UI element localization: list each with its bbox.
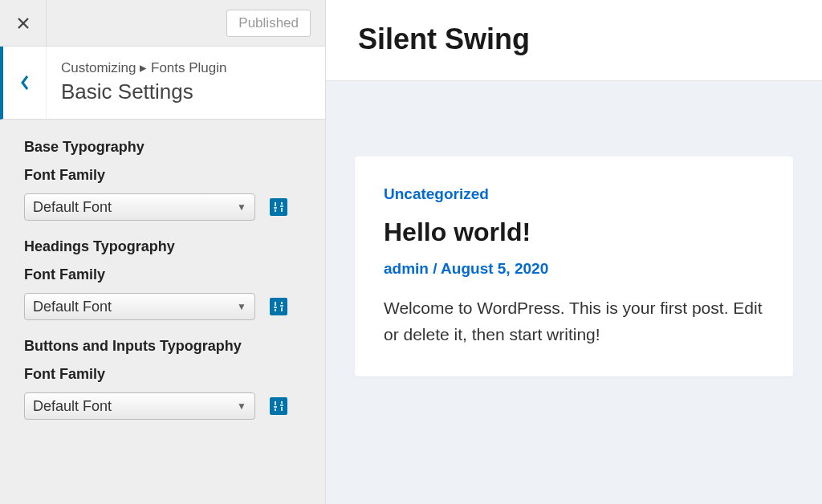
breadcrumb-path: Customizing ▸ Fonts Plugin [61, 59, 311, 76]
sliders-icon [273, 201, 284, 213]
select-row: Default Font ▼ [24, 193, 301, 221]
sliders-icon [273, 400, 284, 412]
post-excerpt: Welcome to WordPress. This is your first… [384, 295, 764, 348]
sidebar-topbar: Published [0, 0, 325, 47]
back-button[interactable] [3, 47, 47, 119]
close-icon [16, 16, 31, 30]
breadcrumb-separator: ▸ [140, 60, 147, 75]
typography-options-button-headings[interactable] [270, 298, 287, 315]
section-heading-buttons: Buttons and Inputs Typography [24, 338, 301, 355]
post-author-link[interactable]: admin [384, 260, 429, 277]
field-label-buttons-font-family: Font Family [24, 366, 301, 383]
select-value: Default Font [33, 199, 112, 216]
post-date: August 5, 2020 [441, 260, 548, 277]
post-card: Uncategorized Hello world! admin / Augus… [355, 156, 793, 376]
chevron-down-icon: ▼ [237, 301, 246, 312]
breadcrumb-text: Customizing ▸ Fonts Plugin Basic Setting… [47, 47, 325, 119]
field-label-headings-font-family: Font Family [24, 266, 301, 283]
sliders-icon [273, 301, 284, 312]
section-heading-headings: Headings Typography [24, 238, 301, 255]
font-family-select-buttons[interactable]: Default Font ▼ [24, 392, 255, 420]
breadcrumb-panel: Customizing ▸ Fonts Plugin Basic Setting… [0, 47, 325, 120]
site-title[interactable]: Silent Swing [358, 22, 790, 56]
chevron-left-icon [19, 75, 31, 91]
post-title-link[interactable]: Hello world! [384, 217, 764, 247]
select-value: Default Font [33, 299, 112, 315]
customizer-sidebar: Published Customizing ▸ Fonts Plugin Bas… [0, 0, 326, 504]
font-family-select-base[interactable]: Default Font ▼ [24, 193, 255, 221]
typography-options-button-base[interactable] [270, 198, 287, 216]
select-row: Default Font ▼ [24, 392, 301, 420]
section-heading-base: Base Typography [24, 139, 301, 156]
select-value: Default Font [33, 398, 112, 415]
panel-title: Basic Settings [61, 79, 311, 104]
font-family-select-headings[interactable]: Default Font ▼ [24, 293, 255, 320]
close-button[interactable] [0, 0, 47, 47]
post-meta: admin / August 5, 2020 [384, 260, 764, 278]
settings-sections: Base Typography Font Family Default Font… [0, 120, 325, 452]
meta-separator: / [429, 260, 441, 277]
preview-body: Uncategorized Hello world! admin / Augus… [326, 81, 822, 404]
typography-options-button-buttons[interactable] [270, 397, 287, 415]
breadcrumb-prefix: Customizing [61, 60, 136, 75]
chevron-down-icon: ▼ [237, 400, 246, 412]
breadcrumb-section: Fonts Plugin [151, 60, 227, 75]
select-row: Default Font ▼ [24, 293, 301, 320]
post-category-link[interactable]: Uncategorized [384, 185, 764, 203]
field-label-base-font-family: Font Family [24, 167, 301, 184]
chevron-down-icon: ▼ [237, 201, 246, 213]
site-header: Silent Swing [326, 0, 822, 81]
live-preview: Silent Swing Uncategorized Hello world! … [326, 0, 822, 504]
publish-status-button[interactable]: Published [226, 10, 311, 37]
